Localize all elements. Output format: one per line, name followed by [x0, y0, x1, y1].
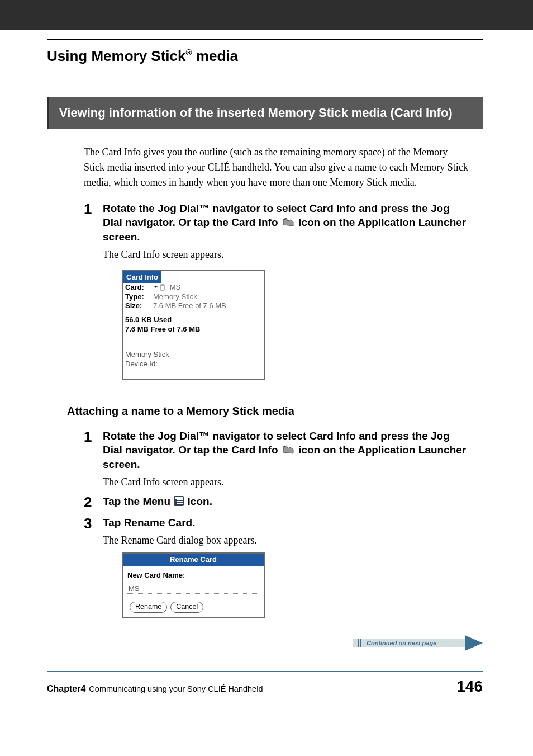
menu-icon [173, 495, 184, 507]
step-1: 1 Rotate the Jog Dial™ navigator to sele… [84, 201, 470, 380]
cardinfo-card-text: MS [170, 283, 181, 291]
rename-label: New Card Name: [127, 570, 259, 580]
svg-rect-11 [177, 503, 183, 504]
svg-rect-9 [177, 499, 183, 500]
section-title: Using Memory Stick® media [47, 39, 483, 69]
svg-rect-8 [175, 497, 183, 499]
subsection-banner: Viewing information of the inserted Memo… [47, 97, 483, 129]
section-title-pre: Using Memory Stick [47, 48, 186, 64]
cardinfo-used: 56.0 KB Used [125, 315, 260, 325]
page-footer: Chapter4 Communicating using your Sony C… [47, 671, 483, 718]
subsection-heading: Attaching a name to a Memory Stick media [67, 405, 470, 418]
cardinfo-size-label: Size: [125, 301, 153, 310]
rename-button[interactable]: Rename [130, 602, 167, 613]
registered-mark: ® [186, 48, 192, 57]
cardinfo-card-label: Card: [125, 283, 153, 292]
svg-marker-1 [154, 286, 158, 288]
arrow-right-icon [465, 635, 483, 651]
b-step-3: 3 Tap Rename Card. The Rename Card dialo… [84, 516, 470, 618]
intro-paragraph: The Card Info gives you the outline (suc… [84, 145, 470, 190]
cardinfo-bottom-a: Memory Stick [125, 350, 169, 358]
section-title-post: media [192, 48, 238, 64]
step-number: 3 [84, 516, 103, 618]
chapter-label: Chapter4 [47, 684, 85, 694]
cardinfo-titlebar: Card Info [123, 271, 161, 284]
cancel-button[interactable]: Cancel [170, 602, 203, 613]
top-gap [0, 30, 533, 39]
step-number: 2 [84, 494, 103, 511]
card-info-icon [281, 216, 296, 228]
rename-card-screenshot: Rename Card New Card Name: MS Rename Can… [122, 552, 265, 618]
svg-rect-3 [161, 285, 162, 286]
step-number: 1 [84, 201, 103, 380]
subsection-banner-text: Viewing information of the inserted Memo… [59, 106, 453, 120]
top-bar [0, 0, 533, 30]
card-info-icon [281, 444, 296, 455]
svg-rect-5 [164, 285, 164, 286]
cardinfo-card-value: MS [153, 283, 180, 292]
cardinfo-screenshot: Card Info Card: MS [122, 270, 265, 380]
b-step-2-text-b: icon. [188, 495, 212, 507]
svg-rect-10 [177, 501, 183, 502]
b-step-2-text-a: Tap the Menu [103, 495, 173, 507]
b-step-3-explain: The Rename Card dialog box appears. [103, 533, 470, 547]
b-step-3-instruction: Tap Rename Card. [103, 516, 470, 530]
cardinfo-bottom-b: Device Id: [125, 360, 158, 368]
continued-text: Continued on next page [367, 639, 436, 647]
svg-point-6 [284, 446, 286, 448]
b-step-2-instruction: Tap the Menu icon. [103, 494, 470, 509]
b-step-2: 2 Tap the Menu icon. [84, 494, 470, 511]
rename-titlebar: Rename Card [123, 554, 264, 566]
svg-point-0 [284, 219, 286, 220]
cardinfo-size-value: 7.6 MB Free of 7.6 MB [153, 301, 226, 310]
continued-indicator: Continued on next page [353, 635, 483, 651]
cardinfo-type-label: Type: [125, 292, 153, 301]
step-1-instruction: Rotate the Jog Dial™ navigator to select… [103, 201, 470, 244]
cardinfo-free: 7.6 MB Free of 7.6 MB [125, 325, 260, 334]
b-step-1-instruction: Rotate the Jog Dial™ navigator to select… [103, 429, 470, 472]
b-step-1-explain: The Card Info screen appears. [103, 475, 470, 489]
cardinfo-separator [125, 313, 261, 313]
chapter-title: Communicating using your Sony CLIÉ Handh… [89, 684, 263, 693]
rename-input[interactable]: MS [127, 584, 259, 594]
b-step-1: 1 Rotate the Jog Dial™ navigator to sele… [84, 429, 470, 489]
svg-rect-4 [163, 285, 163, 286]
cardinfo-type-value: Memory Stick [153, 292, 197, 301]
page-number: 146 [456, 678, 483, 696]
step-number: 1 [84, 429, 103, 489]
step-1-explain: The Card Info screen appears. [103, 248, 470, 261]
